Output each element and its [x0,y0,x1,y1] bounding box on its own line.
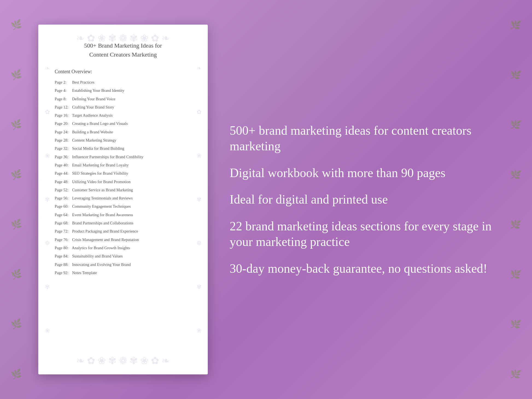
toc-title: Content Marketing Strategy [71,138,116,142]
toc-title: Sustainability and Brand Values [71,254,123,258]
toc-page-number: Page 32: [55,146,71,151]
toc-row: Page 92: Notes Template [55,270,191,275]
toc-title: Crafting Your Brand Story [71,105,114,109]
document-preview: ❧ ✿ ❀ ✾ ❁ ✾ ❀ ✿ ❧ ❧✿❀✾❁✾❀ ❧✿❀✾❁✾❀ 500+ B… [38,25,208,374]
toc-page-number: Page 68: [55,220,71,226]
toc-title: Customer Service as Brand Marketing [71,188,133,192]
toc-title: Social Media for Brand Building [71,146,124,151]
toc-page-number: Page 20: [55,121,71,126]
doc-floral-left-decoration: ❧✿❀✾❁✾❀ [40,46,55,353]
feature-text: Digital workbook with more than 90 pages [230,165,494,181]
toc-title: Creating a Brand Logo and Visuals [71,121,128,126]
toc-title: Best Practices [71,80,94,84]
doc-floral-bottom-decoration: ❧ ✿ ❀ ✾ ❁ ✾ ❀ ✿ ❧ [38,350,208,372]
doc-floral-top-decoration: ❧ ✿ ❀ ✾ ❁ ✾ ❀ ✿ ❧ [38,27,208,49]
toc-title: Establishing Your Brand Identity [71,88,124,93]
toc-row: Page 52: Customer Service as Brand Marke… [55,187,191,193]
feature-text: 500+ brand marketing ideas for content c… [230,123,494,154]
toc-page-number: Page 40: [55,162,71,168]
main-layout: ❧ ✿ ❀ ✾ ❁ ✾ ❀ ✿ ❧ ❧✿❀✾❁✾❀ ❧✿❀✾❁✾❀ 500+ B… [0,0,532,399]
toc-page-number: Page 12: [55,104,71,110]
toc-title: Influencer Partnerships for Brand Credib… [71,155,144,159]
toc-row: Page 44: SEO Strategies for Brand Visibi… [55,171,191,176]
feature-text: 30-day money-back guarantee, no question… [230,261,494,277]
toc-page-number: Page 48: [55,179,71,184]
toc-page-number: Page 60: [55,204,71,209]
toc-row: Page 4: Establishing Your Brand Identity [55,88,191,93]
feature-text: Ideal for digital and printed use [230,192,494,207]
toc-page-number: Page 84: [55,253,71,259]
toc-page-number: Page 56: [55,195,71,201]
toc-title: Event Marketing for Brand Awareness [71,213,133,217]
toc-title: Defining Your Brand Voice [71,97,115,101]
toc-page-number: Page 80: [55,245,71,251]
toc-page-number: Page 52: [55,187,71,193]
toc-title: Brand Partnerships and Collaborations [71,221,133,225]
toc-row: Page 32: Social Media for Brand Building [55,146,191,151]
toc-title: Crisis Management and Brand Reputation [71,237,139,242]
features-panel: 500+ brand marketing ideas for content c… [224,123,494,277]
toc-page-number: Page 24: [55,129,71,135]
toc-row: Page 16: Target Audience Analysis [55,113,191,118]
toc-title: Analytics for Brand Growth Insights [71,246,130,250]
toc-row: Page 76: Crisis Management and Brand Rep… [55,237,191,242]
toc-page-number: Page 2: [55,80,71,85]
toc-row: Page 88: Innovating and Evolving Your Br… [55,262,191,267]
toc-page-number: Page 88: [55,262,71,267]
toc-title: Email Marketing for Brand Loyalty [71,163,129,167]
toc-row: Page 40: Email Marketing for Brand Loyal… [55,162,191,168]
toc-title: Notes Template [71,271,97,275]
toc-row: Page 60: Community Engagement Techniques [55,204,191,209]
toc-title: Leveraging Testimonials and Reviews [71,196,133,200]
toc-row: Page 72: Product Packaging and Brand Exp… [55,228,191,234]
feature-block-2: Digital workbook with more than 90 pages [230,165,494,181]
toc-title: Building a Brand Website [71,130,113,134]
doc-floral-right-decoration: ❧✿❀✾❁✾❀ [191,46,206,353]
toc-page-number: Page 8: [55,96,71,102]
toc-title: Target Audience Analysis [71,113,113,118]
toc-page-number: Page 64: [55,212,71,218]
toc-row: Page 48: Utilizing Video for Brand Promo… [55,179,191,184]
toc-page-number: Page 76: [55,237,71,242]
toc-page-number: Page 72: [55,228,71,234]
feature-text: 22 brand marketing ideas sections for ev… [230,218,494,250]
toc-title: SEO Strategies for Brand Visibility [71,171,128,175]
toc-page-number: Page 44: [55,171,71,176]
toc-title: Community Engagement Techniques [71,204,131,209]
toc-page-number: Page 4: [55,88,71,93]
toc-row: Page 80: Analytics for Brand Growth Insi… [55,245,191,251]
toc-row: Page 84: Sustainability and Brand Values [55,253,191,259]
toc-row: Page 20: Creating a Brand Logo and Visua… [55,121,191,126]
table-of-contents: Page 2: Best PracticesPage 4: Establishi… [55,80,191,275]
feature-block-5: 30-day money-back guarantee, no question… [230,261,494,277]
toc-row: Page 12: Crafting Your Brand Story [55,104,191,110]
toc-title: Innovating and Evolving Your Brand [71,262,131,267]
toc-page-number: Page 36: [55,154,71,160]
toc-row: Page 24: Building a Brand Website [55,129,191,135]
toc-row: Page 64: Event Marketing for Brand Aware… [55,212,191,218]
toc-title: Utilizing Video for Brand Promotion [71,180,131,184]
toc-section-label: Content Overview: [55,69,191,75]
toc-row: Page 56: Leveraging Testimonials and Rev… [55,195,191,201]
toc-page-number: Page 28: [55,137,71,143]
toc-row: Page 28: Content Marketing Strategy [55,137,191,143]
toc-row: Page 8: Defining Your Brand Voice [55,96,191,102]
feature-block-3: Ideal for digital and printed use [230,192,494,207]
toc-page-number: Page 92: [55,270,71,275]
feature-block-4: 22 brand marketing ideas sections for ev… [230,218,494,250]
toc-row: Page 2: Best Practices [55,80,191,85]
toc-title: Product Packaging and Brand Experience [71,229,138,233]
toc-row: Page 36: Influencer Partnerships for Bra… [55,154,191,160]
feature-block-1: 500+ brand marketing ideas for content c… [230,123,494,154]
toc-row: Page 68: Brand Partnerships and Collabor… [55,220,191,226]
toc-page-number: Page 16: [55,113,71,118]
